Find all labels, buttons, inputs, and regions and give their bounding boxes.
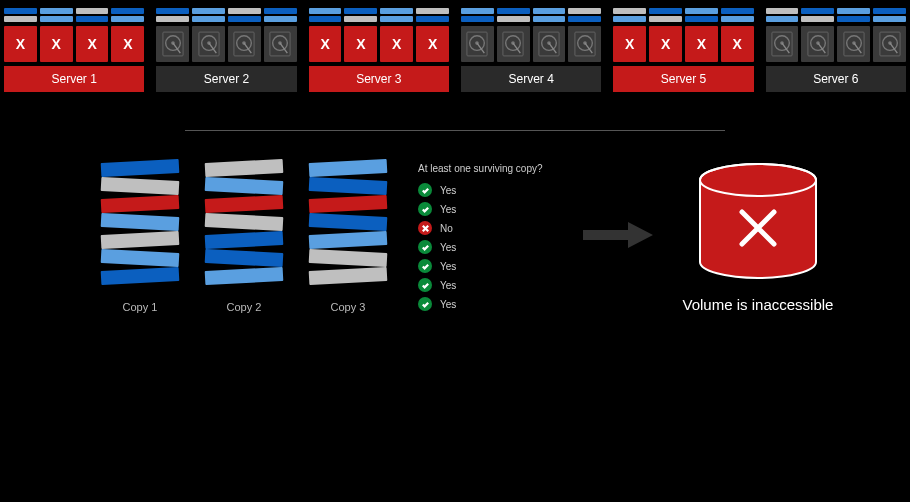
copy-slab [309,249,388,267]
copy-slab [309,267,388,285]
stripe-row [156,8,296,14]
copy-label: Copy 1 [123,301,158,313]
stripe-row [309,16,449,22]
data-stripe [192,8,225,14]
checks-column: At least one surviving copy? YesYesNoYes… [418,163,543,311]
copy-3: Copy 3 [308,161,388,313]
copies-group: Copy 1Copy 2Copy 3 [100,161,388,313]
copy-slab [205,159,284,177]
failed-drive-icon: X [380,26,413,62]
check-label: Yes [440,204,456,215]
copy-slab [205,177,284,195]
server-label: Server 5 [613,66,753,92]
copy-slab [309,195,388,213]
divider [185,130,725,131]
copy-slab [309,177,388,195]
disk-drive-icon [568,26,601,62]
check-row: Yes [418,259,543,273]
failed-drive-icon: X [649,26,682,62]
copy-label: Copy 2 [227,301,262,313]
disk-drive-icon [533,26,566,62]
stripe-row [766,8,906,14]
copy-slab [101,159,180,177]
data-stripe [76,16,109,22]
copy-slab [101,267,180,285]
server-label: Server 3 [309,66,449,92]
stripe-row [4,16,144,22]
servers-row: XXXXServer 1Server 2XXXXServer 3Server 4… [0,0,910,92]
data-stripe [873,16,906,22]
copy-label: Copy 3 [331,301,366,313]
stripe-row [309,8,449,14]
data-stripe [264,8,297,14]
data-stripe [801,16,834,22]
check-row: Yes [418,297,543,311]
copy-1: Copy 1 [100,161,180,313]
failed-drive-icon: X [344,26,377,62]
copy-slab [205,231,284,249]
data-stripe [461,8,494,14]
data-stripe [461,16,494,22]
stripe-row [613,8,753,14]
lower-section: Copy 1Copy 2Copy 3 At least one survivin… [0,161,910,313]
disk-drive-icon [156,26,189,62]
data-stripe [309,16,342,22]
data-stripe [76,8,109,14]
data-stripe [380,16,413,22]
data-stripe [873,8,906,14]
data-stripe [344,8,377,14]
server-4: Server 4 [461,8,601,92]
server-label: Server 1 [4,66,144,92]
failed-drive-icon: X [111,26,144,62]
data-stripe [533,8,566,14]
stripe-row [4,8,144,14]
stripe-row [613,16,753,22]
copy-2: Copy 2 [204,161,284,313]
server-2: Server 2 [156,8,296,92]
copy-slab [101,195,180,213]
failed-drive-icon: X [613,26,646,62]
stripe-row [461,8,601,14]
check-label: Yes [440,242,456,253]
disk-drive-icon [228,26,261,62]
check-label: Yes [440,299,456,310]
check-row: No [418,221,543,235]
check-yes-icon [418,278,432,292]
copy-slab [101,177,180,195]
check-row: Yes [418,202,543,216]
server-6: Server 6 [766,8,906,92]
data-stripe [192,16,225,22]
check-yes-icon [418,297,432,311]
data-stripe [416,8,449,14]
drive-row [461,26,601,62]
data-stripe [568,8,601,14]
check-label: Yes [440,261,456,272]
data-stripe [497,16,530,22]
data-stripe [649,8,682,14]
data-stripe [649,16,682,22]
copy-slab [205,249,284,267]
data-stripe [264,16,297,22]
stripe-row [156,16,296,22]
failed-drive-icon: X [721,26,754,62]
result-label: Volume is inaccessible [683,296,834,313]
copy-slab [101,213,180,231]
data-stripe [309,8,342,14]
data-stripe [568,16,601,22]
failed-drive-icon: X [76,26,109,62]
copy-slab [309,159,388,177]
data-stripe [613,16,646,22]
disk-drive-icon [461,26,494,62]
data-stripe [613,8,646,14]
check-row: Yes [418,278,543,292]
copy-slab [101,231,180,249]
data-stripe [40,16,73,22]
check-label: Yes [440,280,456,291]
stripe-row [461,16,601,22]
check-yes-icon [418,202,432,216]
copy-slab [205,267,284,285]
data-stripe [766,16,799,22]
check-yes-icon [418,259,432,273]
disk-drive-icon [497,26,530,62]
data-stripe [40,8,73,14]
